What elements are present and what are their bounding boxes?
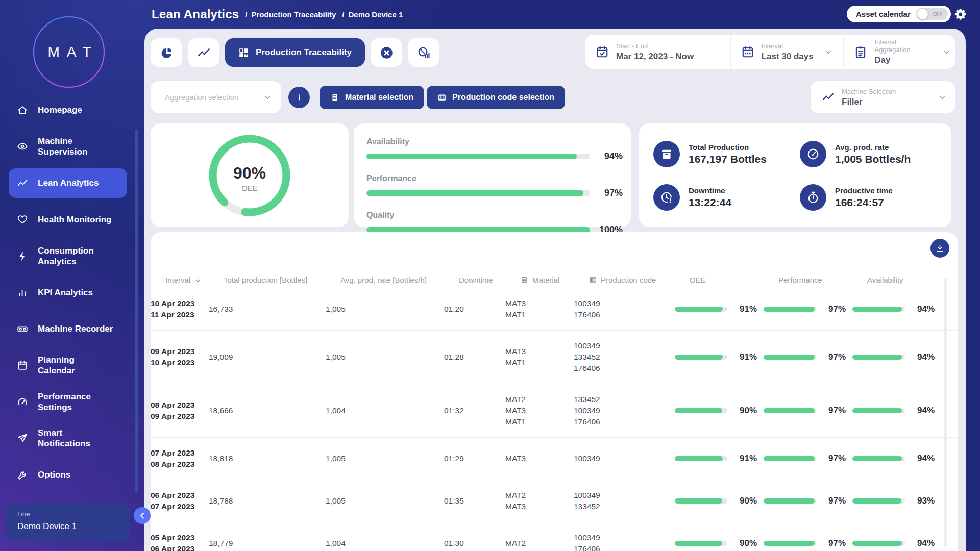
date-range-value: Mar 12, 2023 - Now (616, 52, 694, 62)
settings-gear-icon[interactable] (954, 8, 967, 21)
cell-availability-bar: 94% (852, 538, 935, 548)
interval-aggregation-select[interactable]: Interval Aggregation Day (844, 35, 955, 69)
device-line-label: Line (17, 510, 119, 518)
speedo-icon (806, 147, 820, 161)
cell-availability-bar: 93% (852, 496, 935, 506)
switch-knob (917, 9, 928, 19)
interval-select[interactable]: Interval Last 30 days (731, 35, 844, 69)
box-icon (660, 147, 673, 161)
cell-availability-bar: 94% (852, 406, 935, 416)
pie-chart-view-button[interactable] (151, 38, 182, 67)
device-card[interactable]: Line Demo Device 1 (6, 504, 130, 541)
clear-selection-button[interactable] (371, 38, 402, 67)
cell-production-code: 100349176406 (574, 298, 675, 320)
kpi-bar-label: Availability (366, 137, 623, 146)
interval-aggregation-label: Interval Aggregation (874, 38, 932, 54)
asset-calendar-switch[interactable]: OFF (916, 8, 948, 20)
cell-downtime: 01:35 (444, 496, 505, 506)
cell-material: MAT2MAT3MAT1 (505, 394, 574, 428)
line-chart-view-button[interactable] (188, 38, 219, 67)
table-row[interactable]: 06 Apr 202307 Apr 202318,7881,00501:35MA… (151, 480, 958, 522)
cell-oee-bar: 90% (675, 538, 764, 548)
sidebar-collapse-button[interactable] (134, 507, 151, 524)
stat-label: Productive time (835, 186, 893, 195)
close-circle-icon (380, 46, 394, 60)
sidebar-item-performance-settings[interactable]: Performance Settings (9, 384, 127, 420)
machine-selection-dropdown[interactable]: Machine Selection Filler (811, 81, 955, 113)
stat-value: 13:22:44 (689, 196, 731, 209)
cell-total-production: 18,818 (209, 454, 326, 463)
cell-avg-rate: 1,005 (326, 496, 444, 506)
aggregation-selection-dropdown[interactable]: Aggregation selection (151, 81, 281, 113)
sidebar-item-homepage[interactable]: Homepage (9, 92, 127, 129)
info-icon (294, 92, 304, 103)
breadcrumb-item-1[interactable]: / Production Traceability (245, 10, 336, 19)
cell-interval: 08 Apr 202309 Apr 2023 (151, 399, 209, 422)
sidebar-scrollbar[interactable] (135, 129, 138, 492)
box-icon-badge (653, 141, 680, 167)
download-button[interactable] (930, 239, 949, 258)
production-traceability-tab[interactable]: Production Traceability (225, 38, 365, 67)
speedo-icon-badge (800, 141, 826, 167)
info-button[interactable] (288, 87, 310, 108)
sort-down-icon (194, 276, 202, 284)
cell-production-code: 133452100349176406 (574, 394, 675, 428)
calendar-dots-icon (741, 45, 754, 59)
chevron-down-icon (938, 93, 947, 102)
asset-calendar-toggle[interactable]: Asset calendar OFF (847, 6, 951, 22)
cell-oee-bar: 91% (675, 304, 764, 314)
cell-total-production: 16,733 (209, 305, 326, 314)
cell-downtime: 01:20 (444, 305, 505, 314)
hide-empty-data-button[interactable] (408, 38, 439, 67)
sidebar-item-label: Consumption Analytics (38, 245, 115, 267)
sidebar-item-options[interactable]: Options (9, 457, 127, 493)
table-row[interactable]: 09 Apr 202310 Apr 202319,0091,00501:28MA… (151, 331, 958, 384)
table-row[interactable]: 10 Apr 202311 Apr 202316,7331,00501:20MA… (151, 288, 958, 331)
cell-total-production: 19,009 (209, 353, 326, 362)
material-icon (520, 276, 529, 284)
brand-logo: MAT (33, 16, 105, 88)
table-scrollbar[interactable] (944, 278, 947, 547)
cell-performance-bar: 97% (764, 496, 852, 506)
sidebar-item-machine-recorder[interactable]: Machine Recorder (9, 311, 127, 347)
cell-production-code: 100349133452 (574, 490, 675, 512)
table-row[interactable]: 08 Apr 202309 Apr 202318,6661,00401:32MA… (151, 384, 958, 438)
cell-interval: 06 Apr 202307 Apr 2023 (151, 490, 209, 512)
column-header-interval[interactable]: Interval (165, 276, 224, 284)
sidebar-item-kpi-analytics[interactable]: KPI Analytics (9, 274, 127, 311)
aggregation-selection-placeholder: Aggregation selection (165, 93, 260, 102)
material-selection-button[interactable]: Material selection (320, 86, 424, 109)
date-range-select[interactable]: Start - End Mar 12, 2023 - Now (585, 35, 730, 69)
table-row[interactable]: 07 Apr 202308 Apr 202318,8181,00501:29MA… (151, 438, 958, 480)
sidebar-item-label: Homepage (38, 105, 115, 115)
sidebar-item-label: KPI Analytics (38, 287, 115, 298)
sidebar-item-lean-analytics[interactable]: Lean Analytics (9, 168, 127, 198)
sidebar-item-machine-supervision[interactable]: Machine Supervision (9, 129, 127, 165)
sidebar-item-label: Smart Notifications (38, 428, 115, 449)
cell-downtime: 01:32 (444, 406, 505, 415)
stopwatch-icon (806, 191, 820, 204)
oee-gauge-value: 90% (205, 164, 295, 183)
sidebar-item-planning-calendar[interactable]: Planning Calendar (9, 347, 127, 384)
bars-icon (17, 287, 28, 298)
kpi-bars-card: Availability94%Performance97%Quality100% (354, 123, 631, 227)
stopwatch-icon-badge (800, 184, 826, 211)
cell-interval: 10 Apr 202311 Apr 2023 (151, 298, 209, 320)
cell-total-production: 18,779 (209, 539, 326, 548)
date-range-label: Start - End (616, 42, 694, 50)
cell-performance-bar: 97% (764, 538, 852, 548)
cell-avg-rate: 1,005 (326, 454, 444, 463)
sidebar: MAT HomepageMachine SupervisionLean Anal… (0, 0, 144, 551)
breadcrumb-item-2[interactable]: / Demo Device 1 (342, 10, 403, 19)
time-selectors-card: Start - End Mar 12, 2023 - Now Interval … (585, 35, 955, 69)
clockalert-icon (660, 191, 673, 204)
sidebar-item-label: Health Monitoring (38, 214, 115, 225)
progress-bar (366, 154, 590, 159)
sidebar-item-consumption-analytics[interactable]: Consumption Analytics (9, 238, 127, 274)
oee-gauge-card: 90% OEE (151, 123, 349, 227)
sidebar-item-health-monitoring[interactable]: Health Monitoring (9, 202, 127, 238)
cell-material: MAT3 (505, 453, 574, 464)
production-code-selection-button[interactable]: Production code selection (427, 86, 565, 109)
table-row[interactable]: 05 Apr 202306 Apr 202318,7791,00401:30MA… (151, 522, 958, 551)
sidebar-item-smart-notifications[interactable]: Smart Notifications (9, 420, 127, 457)
